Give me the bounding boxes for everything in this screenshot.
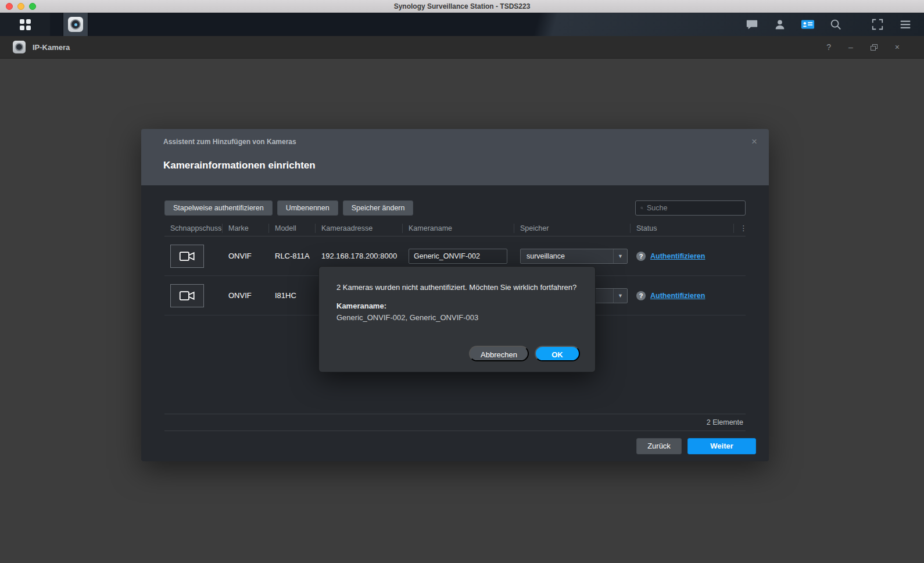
wizard-toolbar: Stapelweise authentifizieren Umbenennen … xyxy=(164,200,746,216)
wizard-close-button[interactable]: × xyxy=(751,136,757,148)
column-header-snapshot[interactable]: Schnappschuss xyxy=(164,224,223,233)
id-card-icon xyxy=(801,18,815,31)
surveillance-station-tab[interactable] xyxy=(63,13,88,36)
back-button[interactable]: Zurück xyxy=(636,438,682,454)
chat-icon xyxy=(746,18,758,31)
ok-button[interactable]: OK xyxy=(535,346,580,361)
table-header: Schnappschuss Marke Modell Kameraadresse… xyxy=(164,220,746,236)
video-camera-icon xyxy=(179,250,195,263)
camera-brand: ONVIF xyxy=(223,252,269,260)
column-header-status[interactable]: Status xyxy=(631,224,734,233)
rename-button[interactable]: Umbenennen xyxy=(277,200,338,216)
authenticate-link[interactable]: Authentifizieren xyxy=(650,252,705,260)
confirm-names: Generic_ONVIF-002, Generic_ONVIF-003 xyxy=(336,313,578,322)
item-count: 2 Elemente xyxy=(707,418,746,426)
chat-button[interactable] xyxy=(745,17,759,31)
user-button[interactable] xyxy=(773,17,787,31)
confirm-buttons: Abbrechen OK xyxy=(469,346,580,361)
minimize-button[interactable]: – xyxy=(848,42,853,52)
column-header-brand[interactable]: Marke xyxy=(223,224,269,233)
help-button[interactable]: ? xyxy=(826,42,831,52)
confirm-names-label: Kameraname: xyxy=(336,302,578,310)
menu-button[interactable] xyxy=(898,17,912,31)
camera-brand: ONVIF xyxy=(223,291,269,300)
search-button[interactable] xyxy=(829,17,843,31)
ip-camera-window-header: IP-Kamera ? – × xyxy=(0,36,924,59)
camera-snapshot xyxy=(170,284,204,307)
status-help-icon[interactable]: ? xyxy=(636,252,646,261)
wizard-header: Assistent zum Hinzufügen von Kameras × K… xyxy=(141,129,769,185)
hamburger-icon xyxy=(899,18,912,31)
chevron-down-icon: ▼ xyxy=(613,289,627,303)
ip-camera-app-icon xyxy=(13,41,26,53)
wizard-title: Assistent zum Hinzufügen von Kameras xyxy=(163,138,296,146)
restore-button[interactable] xyxy=(871,44,878,51)
video-camera-icon xyxy=(179,289,195,302)
authenticate-link[interactable]: Authentifizieren xyxy=(650,292,705,300)
storage-select-value: surveillance xyxy=(521,252,613,260)
fullscreen-button[interactable] xyxy=(871,17,884,31)
id-card-button[interactable] xyxy=(801,17,815,31)
column-header-address[interactable]: Kameraadresse xyxy=(316,224,403,233)
camera-model: I81HC xyxy=(269,291,316,300)
ip-camera-window-title: IP-Kamera xyxy=(33,43,70,52)
batch-authenticate-button[interactable]: Stapelweise authentifizieren xyxy=(164,200,273,216)
wizard-step-heading: Kamerainformationen einrichten xyxy=(163,160,316,171)
status-help-icon[interactable]: ? xyxy=(636,291,646,300)
window-title: Synology Surveillance Station - TSDS223 xyxy=(0,2,924,10)
confirm-message: 2 Kameras wurden nicht authentifiziert. … xyxy=(336,283,578,292)
cancel-button[interactable]: Abbrechen xyxy=(469,346,529,361)
user-icon xyxy=(773,18,786,31)
column-header-storage[interactable]: Speicher xyxy=(514,224,631,233)
change-storage-button[interactable]: Speicher ändern xyxy=(343,200,414,216)
item-count-row: 2 Elemente xyxy=(164,414,746,431)
search-box[interactable] xyxy=(635,200,746,216)
column-menu-icon[interactable]: ⋮ xyxy=(734,224,746,233)
search-icon xyxy=(829,18,842,31)
wizard-footer: Zurück Weiter xyxy=(141,431,769,461)
app-toolbar xyxy=(0,13,924,36)
main-menu-icon xyxy=(20,19,31,30)
search-icon xyxy=(640,204,643,212)
camera-name-input[interactable] xyxy=(409,249,507,264)
toolbar-right-icons xyxy=(745,17,924,31)
window-controls: ? – × xyxy=(826,42,924,52)
chevron-down-icon: ▼ xyxy=(613,249,627,263)
close-window-button[interactable]: × xyxy=(895,42,900,52)
camera-snapshot xyxy=(170,245,204,268)
next-button[interactable]: Weiter xyxy=(687,438,756,454)
camera-model: RLC-811A xyxy=(269,252,316,260)
column-header-model[interactable]: Modell xyxy=(269,224,316,233)
confirm-dialog: 2 Kameras wurden nicht authentifiziert. … xyxy=(318,266,596,372)
macos-titlebar: Synology Surveillance Station - TSDS223 xyxy=(0,0,924,13)
search-input[interactable] xyxy=(647,204,740,212)
camera-address: 192.168.178.200:8000 xyxy=(316,252,403,260)
main-menu-button[interactable] xyxy=(0,13,50,36)
fullscreen-icon xyxy=(871,18,884,31)
column-header-name[interactable]: Kameraname xyxy=(403,224,514,233)
surveillance-station-icon xyxy=(68,17,83,32)
storage-select[interactable]: surveillance ▼ xyxy=(520,249,628,264)
